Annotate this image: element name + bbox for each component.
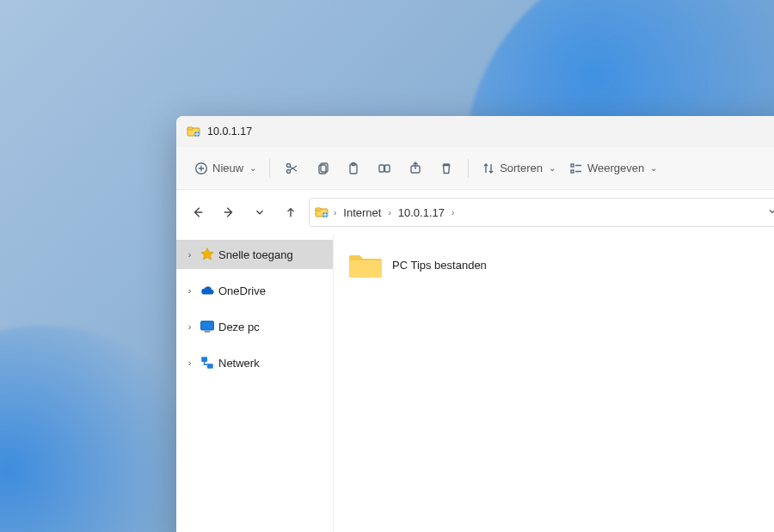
view-button-label: Weergeven [587,162,644,174]
toolbar: Nieuw ⌄ Sorteren ⌄ Weergeven [176,147,774,190]
new-button-label: Nieuw [212,162,243,174]
address-dropdown-button[interactable] [767,206,774,218]
sidebar-item-this-pc[interactable]: › Deze pc [176,312,333,341]
new-button[interactable]: Nieuw ⌄ [188,154,262,183]
paste-button[interactable] [339,154,368,183]
network-folder-icon [315,205,329,219]
chevron-right-icon[interactable]: › [450,208,456,217]
sidebar-item-label: OneDrive [218,284,266,297]
svg-rect-19 [205,331,211,333]
share-icon [408,162,422,175]
svg-rect-10 [379,165,384,172]
view-icon [569,162,583,175]
delete-button[interactable] [432,154,461,183]
sidebar-item-network[interactable]: › Netwerk [176,348,333,377]
chevron-down-icon: ⌄ [650,163,657,173]
svg-rect-1 [187,127,193,130]
svg-rect-11 [385,165,390,172]
breadcrumb-label: Internet [343,206,381,219]
view-button[interactable]: Weergeven ⌄ [563,154,663,183]
window-title: 10.0.1.17 [207,125,252,138]
copy-icon [316,162,329,175]
chevron-down-icon [254,206,266,218]
arrow-right-icon [223,206,235,218]
explorer-body: › Snelle toegang › OneDrive › [176,235,774,532]
rename-icon [378,162,391,175]
sort-button[interactable]: Sorteren ⌄ [476,154,562,183]
back-button[interactable] [185,199,211,225]
file-explorer-window: 10.0.1.17 Nieuw ⌄ Sorteren [176,116,774,532]
chevron-down-icon: ⌄ [549,163,556,173]
svg-rect-14 [571,170,574,173]
arrow-left-icon [192,206,204,218]
folder-icon [347,250,384,279]
address-bar[interactable]: › Internet › 10.0.1.17 › [309,198,774,227]
item-name: PC Tips bestanden [392,259,487,272]
up-button[interactable] [278,199,304,225]
rename-button[interactable] [370,154,399,183]
nav-row: › Internet › 10.0.1.17 › [176,190,774,235]
sidebar-item-label: Deze pc [218,321,260,333]
chevron-right-icon[interactable]: › [183,321,196,332]
titlebar[interactable]: 10.0.1.17 [176,116,774,147]
sidebar-item-quick-access[interactable]: › Snelle toegang [176,240,333,269]
scissors-icon [285,162,298,175]
sort-button-label: Sorteren [500,162,543,174]
plus-circle-icon [194,162,208,175]
paste-icon [347,162,360,175]
chevron-right-icon[interactable]: › [332,208,338,217]
svg-rect-20 [201,357,207,362]
cloud-icon [200,283,215,298]
chevron-right-icon[interactable]: › [386,208,392,217]
sidebar-item-label: Snelle toegang [218,248,293,261]
svg-rect-13 [571,164,574,167]
content-pane[interactable]: PC Tips bestanden [334,235,774,532]
monitor-icon [200,319,215,334]
chevron-right-icon[interactable]: › [183,358,196,368]
arrow-up-icon [285,206,297,218]
chevron-down-icon [767,206,774,217]
svg-point-5 [287,163,291,167]
toolbar-separator [468,159,469,178]
breadcrumb-segment[interactable]: Internet [341,206,383,219]
toolbar-separator [269,159,270,178]
network-icon [200,355,215,370]
star-icon [200,247,215,262]
cut-button[interactable] [277,154,306,183]
breadcrumb-label: 10.0.1.17 [398,206,445,219]
sort-icon [482,162,495,175]
chevron-right-icon[interactable]: › [183,249,196,260]
chevron-right-icon[interactable]: › [183,285,196,296]
forward-button[interactable] [216,199,242,225]
svg-rect-16 [316,208,321,211]
sidebar-item-onedrive[interactable]: › OneDrive [176,276,333,305]
copy-button[interactable] [308,154,337,183]
list-item[interactable]: PC Tips bestanden [347,247,774,283]
svg-point-4 [287,169,291,173]
chevron-down-icon: ⌄ [249,163,256,173]
trash-icon [439,162,453,175]
svg-rect-18 [201,321,214,330]
network-folder-icon [187,125,200,138]
sidebar-item-label: Netwerk [218,357,260,370]
recent-locations-button[interactable] [247,199,273,225]
sidebar: › Snelle toegang › OneDrive › [176,235,334,532]
breadcrumb-segment[interactable]: 10.0.1.17 [396,206,446,219]
share-button[interactable] [401,154,430,183]
